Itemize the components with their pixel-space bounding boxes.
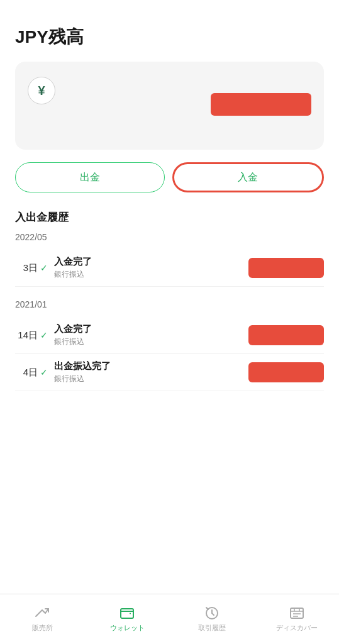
- transaction-sub: 銀行振込: [54, 374, 248, 384]
- page-title: JPY残高: [15, 25, 324, 49]
- history-title: 入出金履歴: [15, 210, 324, 225]
- withdraw-button[interactable]: 出金: [15, 162, 165, 192]
- nav-label-wallet: ウォレット: [110, 623, 145, 633]
- action-buttons: 出金 入金: [15, 162, 324, 192]
- nav-item-market[interactable]: 販売所: [0, 601, 85, 638]
- transaction-info: 入金完了 銀行振込: [54, 256, 248, 280]
- transaction-day: 4日: [15, 367, 38, 379]
- balance-card: ¥: [15, 62, 324, 150]
- balance-amount-redacted: [211, 93, 311, 116]
- month-group-2021-01: 2021/01 14日 ✓ 入金完了 銀行振込 4日 ✓ 出金振込完了 銀行振込: [15, 299, 324, 391]
- transaction-amount-redacted: [248, 325, 324, 345]
- nav-item-history[interactable]: 取引履歴: [170, 601, 255, 638]
- transaction-sub: 銀行振込: [54, 269, 248, 280]
- transaction-info: 出金振込完了 銀行振込: [54, 360, 248, 384]
- page-container: JPY残高 ¥ 出金 入金 入出金履歴 2022/05 3日 ✓ 入金完了 銀行…: [0, 0, 339, 467]
- nav-label-market: 販売所: [32, 623, 53, 633]
- transaction-amount-redacted: [248, 362, 324, 382]
- transaction-name: 入金完了: [54, 256, 248, 268]
- transaction-sub: 銀行振込: [54, 336, 248, 347]
- check-icon: ✓: [40, 263, 48, 273]
- discover-icon: [289, 606, 304, 621]
- transaction-amount-redacted: [248, 258, 324, 278]
- transaction-name: 入金完了: [54, 323, 248, 335]
- bottom-nav: 販売所 ウォレット 取引履歴 ディスカバー: [0, 594, 339, 644]
- history-section: 入出金履歴 2022/05 3日 ✓ 入金完了 銀行振込 2021/01 14日…: [15, 210, 324, 391]
- svg-rect-2: [121, 609, 133, 618]
- yen-icon: ¥: [28, 77, 55, 104]
- check-icon: ✓: [40, 330, 48, 340]
- month-label-2021-01: 2021/01: [15, 299, 324, 309]
- table-row: 14日 ✓ 入金完了 銀行振込: [15, 317, 324, 354]
- transaction-name: 出金振込完了: [54, 360, 248, 372]
- nav-label-discover: ディスカバー: [276, 623, 318, 633]
- transaction-day: 3日: [15, 262, 38, 274]
- market-icon: [35, 606, 50, 621]
- transaction-day: 14日: [15, 330, 38, 341]
- nav-item-wallet[interactable]: ウォレット: [85, 601, 170, 638]
- history-icon: [204, 606, 220, 621]
- nav-label-history: 取引履歴: [198, 623, 226, 633]
- deposit-button[interactable]: 入金: [172, 162, 325, 192]
- month-label-2022-05: 2022/05: [15, 232, 324, 242]
- nav-item-discover[interactable]: ディスカバー: [254, 601, 339, 638]
- check-icon: ✓: [40, 367, 48, 377]
- table-row: 4日 ✓ 出金振込完了 銀行振込: [15, 354, 324, 391]
- table-row: 3日 ✓ 入金完了 銀行振込: [15, 250, 324, 287]
- month-group-2022-05: 2022/05 3日 ✓ 入金完了 銀行振込: [15, 232, 324, 287]
- transaction-info: 入金完了 銀行振込: [54, 323, 248, 347]
- wallet-icon: [119, 606, 135, 621]
